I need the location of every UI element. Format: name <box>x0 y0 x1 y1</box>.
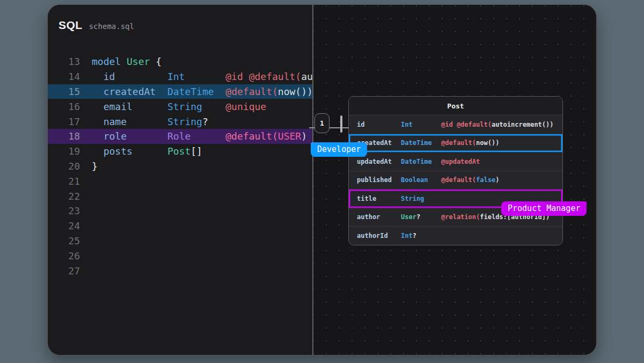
code-token: @default( <box>225 86 278 97</box>
line-number: 17 <box>48 116 80 127</box>
code-line-16[interactable]: 16 email String @unique <box>48 99 312 114</box>
code-token: User <box>127 56 150 67</box>
code-line-21[interactable]: 21 <box>48 173 312 188</box>
relation-cardinality-badge[interactable]: 1 <box>314 113 330 133</box>
field-name: title <box>357 195 376 202</box>
code-token: email <box>92 101 133 112</box>
code-token <box>185 71 225 82</box>
code-line-23[interactable]: 23 <box>48 204 312 219</box>
line-number: 21 <box>48 176 80 187</box>
code-token: @default( <box>225 130 278 142</box>
table-row-updatedAt[interactable]: updatedAtDateTime@updatedAt <box>349 152 562 171</box>
code-text: email String @unique <box>80 101 266 112</box>
code-token: @updatedAt <box>441 158 480 165</box>
code-lines[interactable]: 13model User {14 id Int @id @default(aut… <box>48 54 312 278</box>
field-type: Int? <box>401 232 416 239</box>
code-line-26[interactable]: 26 <box>48 248 312 263</box>
code-token: posts <box>92 146 133 157</box>
code-text: role Role @default(USER) <box>80 130 307 142</box>
code-editor-panel[interactable]: SQL schema.sql 13model User {14 id Int @… <box>48 5 312 355</box>
code-token: autoincrement()) <box>492 121 554 128</box>
line-number: 18 <box>48 130 80 142</box>
code-line-24[interactable]: 24 <box>48 219 312 234</box>
line-number: 22 <box>48 191 80 202</box>
code-token <box>127 130 167 142</box>
code-text: model User { <box>80 56 162 67</box>
table-row-published[interactable]: publishedBoolean@default(false) <box>349 171 562 190</box>
code-token: @unique <box>225 101 266 112</box>
code-line-15[interactable]: 15 createdAt DateTime @default(now()) <box>48 84 312 99</box>
code-token: String <box>167 116 202 127</box>
code-text: id Int @id @default(autoincrement()) <box>80 71 312 82</box>
filename-label: schema.sql <box>89 22 134 31</box>
sql-language-badge: SQL <box>58 19 83 32</box>
relation-drag-handle[interactable] <box>340 115 342 133</box>
code-line-19[interactable]: 19 posts Post[] <box>48 144 312 159</box>
field-type: String <box>401 195 424 202</box>
table-row-authorId[interactable]: authorIdInt? <box>349 226 562 245</box>
code-token <box>214 86 226 97</box>
code-token: Role <box>167 130 191 142</box>
schema-editor-window: SQL schema.sql 13model User {14 id Int @… <box>47 4 597 355</box>
field-attributes: @default(now()) <box>441 139 499 147</box>
code-token: false <box>476 176 495 184</box>
code-token: } <box>92 161 98 172</box>
code-token <box>115 71 167 82</box>
cursor-label-developer: Developer <box>311 142 367 157</box>
diagram-canvas[interactable]: Post idInt@id @default(autoincrement())c… <box>313 5 597 355</box>
code-line-14[interactable]: 14 id Int @id @default(autoincrement()) <box>48 69 312 84</box>
code-token: DateTime <box>167 86 214 97</box>
post-table-title: Post <box>349 97 562 115</box>
code-token: User <box>401 213 416 221</box>
code-token: Int <box>401 232 413 239</box>
post-table-card[interactable]: Post idInt@id @default(autoincrement())c… <box>348 96 563 245</box>
field-type: DateTime <box>401 158 432 165</box>
code-token: id <box>92 71 115 82</box>
field-attributes: @default(false) <box>441 176 499 184</box>
cursor-label-product-manager: Product Manager <box>501 201 587 216</box>
line-number: 16 <box>48 101 80 112</box>
post-table-rows: idInt@id @default(autoincrement())create… <box>349 115 562 245</box>
field-type: Boolean <box>401 176 428 184</box>
field-name: author <box>357 213 380 221</box>
code-line-20[interactable]: 20} <box>48 159 312 174</box>
code-line-22[interactable]: 22 <box>48 188 312 204</box>
code-token <box>133 146 167 157</box>
code-token: Boolean <box>401 176 428 184</box>
line-number: 14 <box>48 71 80 82</box>
code-token: name <box>92 116 127 127</box>
code-text: name String? <box>80 116 208 127</box>
line-number: 27 <box>48 265 80 277</box>
code-token: ? <box>413 232 416 239</box>
code-token <box>127 116 167 127</box>
code-token: DateTime <box>401 139 432 147</box>
code-token: { <box>150 56 162 67</box>
field-type: Int <box>401 121 413 128</box>
code-token: now()) <box>476 139 499 147</box>
field-name: updatedAt <box>357 158 392 165</box>
line-number: 23 <box>48 205 80 216</box>
code-token: model <box>92 56 127 67</box>
code-token: @id @default( <box>441 121 492 128</box>
code-token: autoincrement()) <box>301 71 312 82</box>
code-line-18[interactable]: 18 role Role @default(USER) <box>48 129 312 144</box>
table-row-id[interactable]: idInt@id @default(autoincrement()) <box>349 115 562 134</box>
code-token: Int <box>401 121 413 128</box>
line-number: 20 <box>48 161 80 172</box>
code-token <box>191 130 225 142</box>
field-attributes: @id @default(autoincrement()) <box>441 121 554 128</box>
code-line-25[interactable]: 25 <box>48 234 312 249</box>
code-token: Int <box>167 71 185 82</box>
table-row-createdAt[interactable]: createdAtDateTime@default(now()) <box>349 134 562 153</box>
code-line-27[interactable]: 27 <box>48 263 312 278</box>
code-token: String <box>401 195 424 202</box>
line-number: 13 <box>48 56 80 67</box>
code-token: ) <box>301 130 307 142</box>
code-text: posts Post[] <box>80 146 202 157</box>
field-type: DateTime <box>401 139 432 147</box>
code-line-13[interactable]: 13model User { <box>48 54 312 69</box>
code-token <box>156 86 167 97</box>
field-name: authorId <box>357 232 388 239</box>
code-token: now()) <box>278 86 312 97</box>
code-line-17[interactable]: 17 name String? <box>48 114 312 129</box>
